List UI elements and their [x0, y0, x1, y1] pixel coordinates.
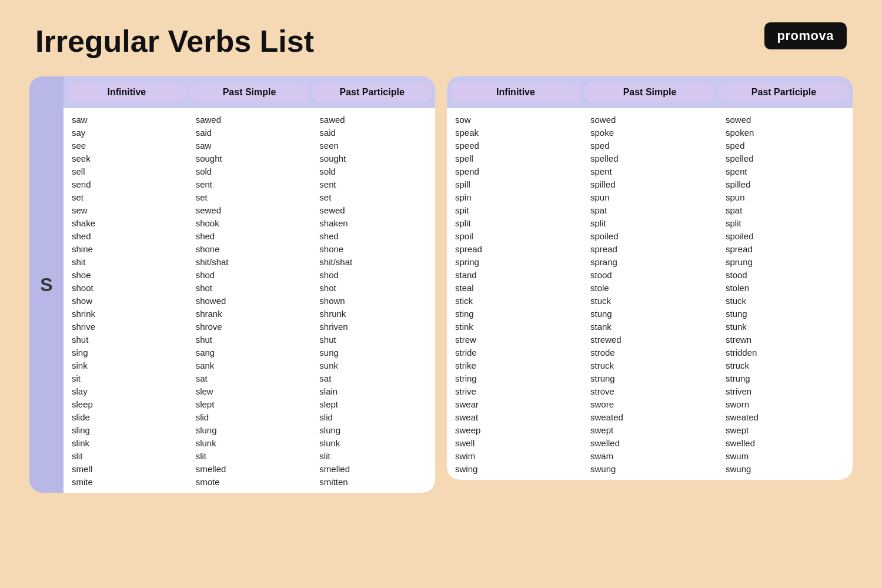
table-cell: slept	[311, 397, 435, 410]
table-cell: sang	[188, 346, 312, 359]
table-cell: swung	[717, 462, 853, 475]
table-cell: slit	[311, 449, 435, 462]
table-cell: split	[447, 216, 582, 229]
table-cell: spend	[447, 165, 582, 178]
table-row: saysaidsaid	[64, 126, 435, 139]
table-cell: strode	[582, 346, 717, 359]
table-cell: spun	[717, 191, 853, 203]
table-cell: saw	[188, 139, 312, 152]
table-row: sweepsweptswept	[447, 423, 853, 436]
table-cell: sow	[447, 113, 582, 126]
table-row: shedshedshed	[64, 229, 435, 242]
table-cell: sleep	[64, 397, 188, 410]
table-cell: slid	[188, 410, 312, 423]
table-cell: stuck	[717, 294, 853, 307]
table-cell: sworn	[717, 397, 853, 410]
table-cell: stole	[582, 281, 717, 294]
table-cell: sent	[311, 178, 435, 191]
table-cell: slid	[311, 410, 435, 423]
table-row: stealstolestolen	[447, 281, 853, 294]
table-cell: shone	[188, 242, 312, 255]
table-row: smellsmelledsmelled	[64, 462, 435, 475]
table-row: spitspatspat	[447, 203, 853, 216]
table-cell: sewed	[188, 203, 312, 216]
table-cell: sped	[717, 139, 853, 152]
table-cell: set	[64, 191, 188, 203]
table-cell: see	[64, 139, 188, 152]
table-row: swimswamswum	[447, 449, 853, 462]
table-cell: stuck	[582, 294, 717, 307]
table-cell: sold	[311, 165, 435, 178]
table-row: spillspilledspilled	[447, 178, 853, 191]
table-cell: sit	[64, 372, 188, 385]
table-cell: slink	[64, 436, 188, 449]
table-cell: stunk	[717, 320, 853, 333]
table-cell: strike	[447, 359, 582, 372]
table-cell: shrive	[64, 320, 188, 333]
right-header-infinitive: Infinitive	[450, 82, 581, 102]
table-cell: shown	[311, 294, 435, 307]
table-cell: sink	[64, 359, 188, 372]
right-table-body: sowsowedsowedspeakspokespokenspeedspedsp…	[447, 108, 853, 480]
table-cell: slit	[188, 449, 312, 462]
table-row: slayslewslain	[64, 385, 435, 397]
left-header-infinitive: Infinitive	[67, 82, 186, 102]
table-cell: swam	[582, 449, 717, 462]
table-row: stringstrungstrung	[447, 372, 853, 385]
table-cell: spread	[717, 242, 853, 255]
table-cell: steal	[447, 281, 582, 294]
table-cell: sew	[64, 203, 188, 216]
table-row: slinkslunkslunk	[64, 436, 435, 449]
table-cell: said	[188, 126, 312, 139]
table-row: shineshoneshone	[64, 242, 435, 255]
table-cell: shed	[311, 229, 435, 242]
table-row: sinksanksunk	[64, 359, 435, 372]
table-cell: set	[188, 191, 312, 203]
table-cell: swept	[717, 423, 853, 436]
table-cell: slain	[311, 385, 435, 397]
table-cell: shoe	[64, 268, 188, 281]
table-cell: slide	[64, 410, 188, 423]
table-cell: shut	[188, 333, 312, 346]
table-cell: stridden	[717, 346, 853, 359]
table-cell: spat	[717, 203, 853, 216]
table-row: sawsawedsawed	[64, 113, 435, 126]
table-cell: stolen	[717, 281, 853, 294]
table-cell: slit	[64, 449, 188, 462]
table-row: shootshotshot	[64, 281, 435, 294]
table-row: spreadspreadspread	[447, 242, 853, 255]
table-row: swellswelledswelled	[447, 436, 853, 449]
table-cell: spill	[447, 178, 582, 191]
table-row: shutshutshut	[64, 333, 435, 346]
table-row: slitslitslit	[64, 449, 435, 462]
table-row: sweatsweatedsweated	[447, 410, 853, 423]
table-row: smitesmotesmitten	[64, 475, 435, 488]
table-row: shoeshodshod	[64, 268, 435, 281]
table-cell: stride	[447, 346, 582, 359]
right-table-panel: Infinitive Past Simple Past Participle s…	[447, 76, 853, 480]
table-cell: strung	[717, 372, 853, 385]
table-row: spoilspoiledspoiled	[447, 229, 853, 242]
table-cell: slung	[311, 423, 435, 436]
table-cell: swell	[447, 436, 582, 449]
table-row: seesawseen	[64, 139, 435, 152]
table-cell: sped	[582, 139, 717, 152]
table-cell: set	[311, 191, 435, 203]
table-cell: swing	[447, 462, 582, 475]
table-row: speakspokespoken	[447, 126, 853, 139]
table-row: strivestrovestriven	[447, 385, 853, 397]
table-cell: spell	[447, 152, 582, 165]
table-row: splitsplitsplit	[447, 216, 853, 229]
table-cell: sowed	[717, 113, 853, 126]
table-cell: stung	[582, 307, 717, 320]
table-row: shakeshookshaken	[64, 216, 435, 229]
table-cell: spent	[717, 165, 853, 178]
table-cell: sting	[447, 307, 582, 320]
logo: promova	[764, 22, 847, 49]
table-row: shrinkshrankshrunk	[64, 307, 435, 320]
table-cell: stink	[447, 320, 582, 333]
table-cell: shed	[188, 229, 312, 242]
table-cell: slept	[188, 397, 312, 410]
table-cell: smelled	[311, 462, 435, 475]
table-row: shitshit/shatshit/shat	[64, 255, 435, 268]
